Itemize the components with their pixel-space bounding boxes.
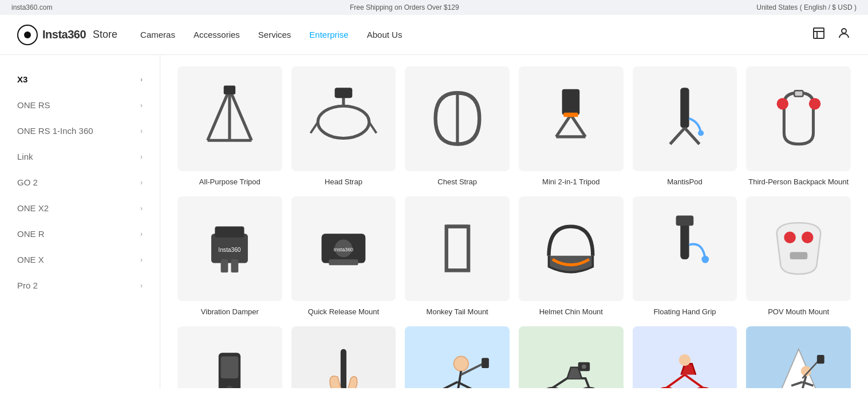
svg-point-1 <box>842 29 846 33</box>
sidebar-item-pro2[interactable]: Pro 2 › <box>0 272 160 298</box>
svg-rect-53 <box>482 358 489 368</box>
nav-enterprise[interactable]: Enterprise <box>309 30 348 40</box>
chevron-icon-x3: › <box>140 76 143 84</box>
product-card-damper[interactable]: Insta360 Vibration Damper <box>177 196 282 317</box>
product-card-gpsremote[interactable]: GPS Smart Remote <box>177 326 282 388</box>
product-card-cheststrap[interactable]: Chest Strap <box>405 66 510 187</box>
product-label-minitripod: Mini 2-in-1 Tripod <box>542 177 599 187</box>
sidebar-item-x3[interactable]: X3 › <box>0 66 160 92</box>
logo-icon <box>17 25 38 45</box>
product-card-bikemount[interactable]: Third-Person Bike Handlebar Mount <box>405 326 510 388</box>
product-card-floatinggrip[interactable]: Floating Hand Grip <box>633 196 737 317</box>
sidebar-label-oner: ONE R <box>17 229 45 239</box>
content-area: All-Purpose Tripod Head Strap <box>160 55 868 388</box>
product-image-cheststrap <box>405 66 510 171</box>
product-image-backpack <box>746 66 851 171</box>
svg-line-15 <box>571 115 586 137</box>
product-card-handmount[interactable]: Hand Mount Bundle <box>291 326 396 388</box>
svg-line-2 <box>208 89 230 141</box>
user-icon[interactable] <box>837 26 851 43</box>
svg-rect-9 <box>335 88 353 98</box>
svg-rect-13 <box>562 89 580 115</box>
sidebar-item-oner[interactable]: ONE R › <box>0 221 160 247</box>
svg-rect-26 <box>215 227 244 238</box>
nav-services[interactable]: Services <box>258 30 291 40</box>
product-image-handmount <box>291 326 396 388</box>
svg-rect-36 <box>676 216 694 226</box>
product-image-bikemount <box>405 326 510 388</box>
svg-line-48 <box>443 382 457 388</box>
svg-point-60 <box>679 354 691 366</box>
svg-point-37 <box>701 256 709 263</box>
chevron-icon-onex2: › <box>140 204 143 212</box>
sidebar-label-x3: X3 <box>17 74 27 84</box>
product-card-mantispod[interactable]: MantisPod <box>633 66 737 187</box>
product-card-monkeytail[interactable]: Monkey Tail Mount <box>405 196 510 317</box>
cart-icon[interactable] <box>812 26 826 43</box>
sidebar-label-go2: GO 2 <box>17 177 38 187</box>
svg-line-20 <box>685 128 700 144</box>
chevron-icon-pro2: › <box>140 282 143 290</box>
svg-rect-18 <box>680 88 689 128</box>
chevron-icon-onex: › <box>140 256 143 264</box>
sidebar-item-link[interactable]: Link › <box>0 144 160 169</box>
product-image-gpsremote <box>177 326 282 388</box>
product-card-motorcyclemount[interactable]: Motorcycle Mount Bundle <box>519 326 624 388</box>
svg-rect-45 <box>341 349 346 388</box>
svg-text:Insta360: Insta360 <box>219 247 242 254</box>
product-image-quickrelease: Insta360 <box>291 196 396 301</box>
nav-cameras[interactable]: Cameras <box>140 30 175 40</box>
svg-line-10 <box>310 123 318 133</box>
svg-line-3 <box>230 89 251 141</box>
svg-rect-42 <box>221 357 239 378</box>
svg-rect-32 <box>329 259 358 265</box>
sidebar-item-onrs[interactable]: ONE RS › <box>0 92 160 118</box>
product-label-damper: Vibration Damper <box>201 307 259 317</box>
svg-point-23 <box>776 98 788 110</box>
svg-rect-28 <box>231 259 239 272</box>
sidebar-label-onrs: ONE RS <box>17 100 50 110</box>
product-image-mouthmount <box>746 196 851 301</box>
svg-text:Insta360: Insta360 <box>334 247 353 252</box>
product-image-minitripod <box>519 66 624 171</box>
product-label-mantispod: MantisPod <box>667 177 702 187</box>
product-card-snowbundle[interactable]: Snow Bundle <box>746 326 851 388</box>
svg-rect-27 <box>221 259 228 272</box>
svg-rect-24 <box>794 91 803 97</box>
header-icons <box>812 26 851 43</box>
product-image-mantispod <box>633 66 737 171</box>
product-card-helmetcin[interactable]: Helmet Chin Mount <box>519 196 624 317</box>
product-card-backpack[interactable]: Third-Person Backpack Mount <box>746 66 851 187</box>
sidebar-item-onex[interactable]: ONE X › <box>0 247 160 272</box>
sidebar-label-onrs-1inch: ONE RS 1-Inch 360 <box>17 126 93 136</box>
product-card-minitripod[interactable]: Mini 2-in-1 Tripod <box>519 66 624 187</box>
sidebar-label-onex: ONE X <box>17 255 44 264</box>
product-image-snowbundle <box>746 326 851 388</box>
svg-line-14 <box>557 115 571 137</box>
product-grid: All-Purpose Tripod Head Strap <box>177 66 851 388</box>
nav-about[interactable]: About Us <box>367 30 403 40</box>
product-image-helmetcin <box>519 196 624 301</box>
sidebar-item-go2[interactable]: GO 2 › <box>0 169 160 195</box>
svg-point-21 <box>698 131 704 136</box>
topbar-center: Free Shipping on Orders Over $129 <box>350 3 459 11</box>
product-card-mouthmount[interactable]: POV Mouth Mount <box>746 196 851 317</box>
product-label-helmetcin: Helmet Chin Mount <box>539 307 603 317</box>
logo-text: Insta360 <box>42 28 86 41</box>
product-card-headstrap[interactable]: Head Strap <box>291 66 396 187</box>
product-card-tripod[interactable]: All-Purpose Tripod <box>177 66 282 187</box>
product-label-mouthmount: POV Mouth Mount <box>768 307 829 317</box>
chevron-icon-go2: › <box>140 179 143 187</box>
nav-accessories[interactable]: Accessories <box>194 30 240 40</box>
sidebar-item-onex2[interactable]: ONE X2 › <box>0 195 160 221</box>
svg-point-7 <box>318 106 369 139</box>
product-card-quickrelease[interactable]: Insta360 Quick Release Mount <box>291 196 396 317</box>
sidebar-item-onrs-1inch[interactable]: ONE RS 1-Inch 360 › <box>0 118 160 144</box>
product-card-ubolt[interactable]: Motorcycle U-Bolt Mount <box>633 326 737 388</box>
logo-area[interactable]: Insta360 Store <box>17 25 117 45</box>
product-label-backpack: Third-Person Backpack Mount <box>748 177 849 187</box>
sidebar: X3 › ONE RS › ONE RS 1-Inch 360 › Link ›… <box>0 55 160 388</box>
product-image-ubolt <box>633 326 737 388</box>
main-layout: X3 › ONE RS › ONE RS 1-Inch 360 › Link ›… <box>0 55 868 388</box>
sidebar-label-pro2: Pro 2 <box>17 281 38 290</box>
